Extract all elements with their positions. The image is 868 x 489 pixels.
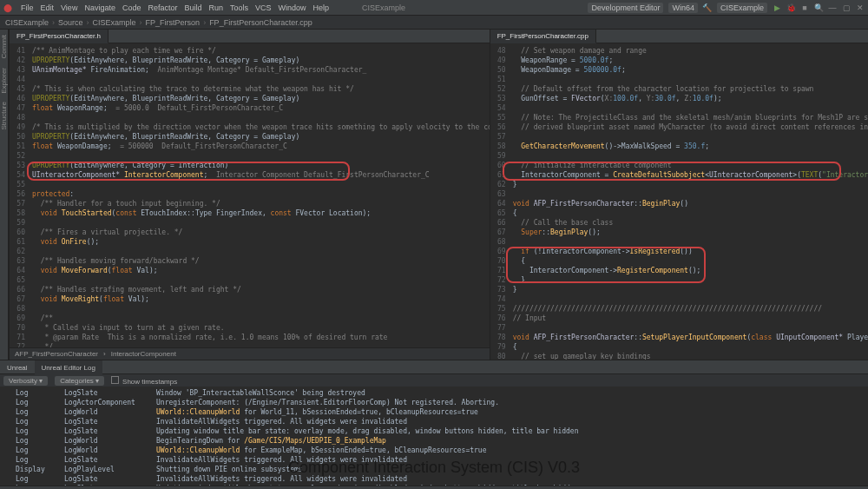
menu-vcs[interactable]: VCS <box>255 3 272 12</box>
log-row: LogLogSlateWindow 'BP_InteractableWallSc… <box>16 388 852 398</box>
code-area-left[interactable]: 4142434445464748495051525354555657585960… <box>10 43 490 347</box>
verbosity-dropdown[interactable]: Verbosity ▾ <box>3 376 48 386</box>
log-row: LogLogWorldUWorld::CleanupWorld for Exam… <box>16 446 852 455</box>
log-row: LogLogSlateUpdating window title bar sta… <box>16 426 852 436</box>
menu-view[interactable]: View <box>61 3 77 12</box>
bottom-tab[interactable]: Unreal <box>0 360 35 374</box>
run-platform[interactable]: Win64 <box>668 3 698 13</box>
code-crumb[interactable]: AFP_FirstPersonCharacter <box>15 350 98 358</box>
breadcrumb: CISExample›Source›CISExample›FP_FirstPer… <box>0 16 868 30</box>
bottom-tab[interactable]: Unreal Editor Log <box>35 360 102 374</box>
structure-tab[interactable]: Structure <box>0 102 8 129</box>
maximize-icon[interactable]: ▢ <box>842 3 851 12</box>
menu-refactor[interactable]: Refactor <box>148 3 177 12</box>
explorer-tab[interactable]: Explorer <box>0 68 8 94</box>
status-bar: ✓ Build succeeded at 4:55:24 PM (15 minu… <box>0 486 868 489</box>
editor-tab-right[interactable]: FP_FirstPersonCharacter.cpp <box>490 30 596 43</box>
menu-tools[interactable]: Tools <box>230 3 248 12</box>
stop-icon[interactable]: ■ <box>800 3 809 12</box>
minimize-icon[interactable]: — <box>828 3 837 12</box>
menu-navigate[interactable]: Navigate <box>84 3 115 12</box>
app-title: CISExample <box>362 3 405 12</box>
menu-help[interactable]: Help <box>313 3 330 12</box>
left-gutter: Commit Explorer Structure <box>0 30 9 360</box>
search-icon[interactable]: 🔍 <box>814 3 823 12</box>
log-row: LogLogSlateInvalidateAllWidgets triggere… <box>16 474 852 484</box>
log-row: LogLogWorldBeginTearingDown for /Game/CI… <box>16 436 852 446</box>
menu-bar: ⬤ FileEditViewNavigateCodeRefactorBuildR… <box>0 0 868 16</box>
breadcrumb-part[interactable]: CISExample <box>5 18 49 27</box>
left-editor: FP_FirstPersonCharacter.h 41424344454647… <box>10 30 490 360</box>
menu-build[interactable]: Build <box>184 3 201 12</box>
bottom-panel: UnrealUnreal Editor Log Verbosity ▾ Cate… <box>0 360 868 486</box>
hammer-icon[interactable]: 🔨 <box>703 3 712 12</box>
menu-file[interactable]: File <box>21 3 34 12</box>
menu-code[interactable]: Code <box>122 3 141 12</box>
menu-edit[interactable]: Edit <box>41 3 55 12</box>
breadcrumb-part[interactable]: FP_FirstPerson <box>146 18 201 27</box>
app-logo: ⬤ <box>3 3 12 12</box>
menu-window[interactable]: Window <box>279 3 306 12</box>
log-row: LogLogSlateInvalidateAllWidgets triggere… <box>16 455 852 465</box>
log-row: LogLogSlateUpdating window title bar sta… <box>16 484 852 486</box>
close-icon[interactable]: ✕ <box>856 3 865 12</box>
log-row: LogLogActorComponentUnregisterComponent:… <box>16 398 852 407</box>
categories-dropdown[interactable]: Categories ▾ <box>55 376 104 386</box>
play-icon[interactable]: ▶ <box>773 3 781 12</box>
timestamps-checkbox[interactable]: Show timestamps <box>111 376 177 386</box>
log-output[interactable]: LogLogSlateWindow 'BP_InteractableWallSc… <box>0 387 868 486</box>
run-target[interactable]: CISExample <box>717 3 767 13</box>
log-row: LogLogSlateInvalidateAllWidgets triggere… <box>16 417 852 426</box>
code-area-right[interactable]: 4849505152535455565758596061626364656667… <box>490 43 868 360</box>
debug-icon[interactable]: 🐞 <box>786 3 795 12</box>
menu-run[interactable]: Run <box>208 3 223 12</box>
editor-tab-left[interactable]: FP_FirstPersonCharacter.h <box>10 30 108 43</box>
log-row: LogLogWorldUWorld::CleanupWorld for Worl… <box>16 407 852 417</box>
breadcrumb-part[interactable]: FP_FirstPersonCharacter.cpp <box>209 18 312 27</box>
log-toolbar: Verbosity ▾ Categories ▾ Show timestamps <box>0 374 868 387</box>
breadcrumb-part[interactable]: CISExample <box>93 18 136 27</box>
run-config[interactable]: Development Editor <box>588 3 663 13</box>
right-editor: FP_FirstPersonCharacter.cpp 484950515253… <box>490 30 868 360</box>
log-row: DisplayLogPlayLevelShutting down PIE onl… <box>16 465 852 474</box>
code-crumb[interactable]: InteractorComponent <box>111 350 176 358</box>
editor-crumbs: AFP_FirstPersonCharacter › InteractorCom… <box>10 347 490 360</box>
breadcrumb-part[interactable]: Source <box>58 18 83 27</box>
commit-tab[interactable]: Commit <box>0 35 8 59</box>
